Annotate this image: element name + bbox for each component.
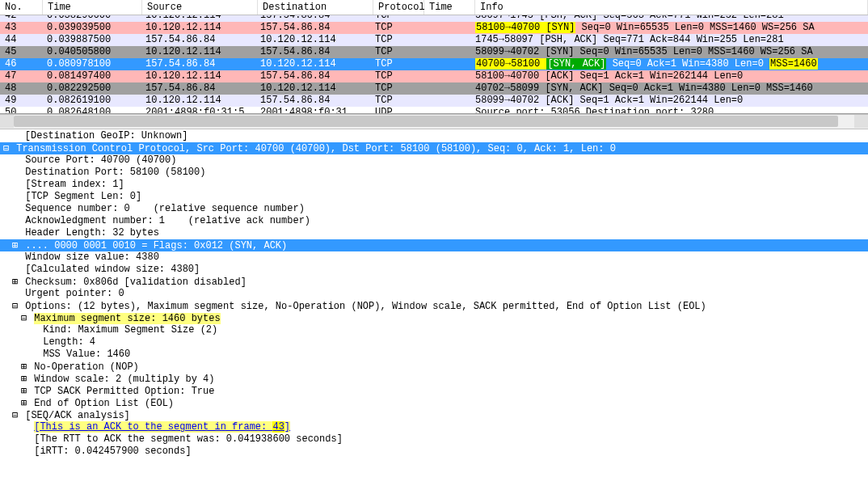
detail-line[interactable]: [Calculated window size: 4380] (0, 264, 868, 276)
col-header-info[interactable]: Info (475, 0, 868, 15)
cell: 45 (0, 46, 42, 58)
detail-line-mss[interactable]: ⊟ Maximum segment size: 1460 bytes (0, 312, 868, 324)
detail-line[interactable]: ⊟ Options: (12 bytes), Maximum segment s… (0, 300, 868, 312)
scroll-left-button[interactable] (0, 115, 14, 128)
detail-line[interactable]: [TCP Segment Len: 0] (0, 191, 868, 203)
cell (420, 107, 470, 113)
collapse-icon[interactable]: ⊟ (2, 142, 11, 154)
detail-line[interactable]: Window size value: 4380 (0, 251, 868, 264)
cell (420, 22, 470, 34)
col-header-destination[interactable]: Destination (258, 0, 373, 15)
cell: 157.54.86.84 (141, 58, 255, 70)
collapse-icon[interactable]: ⊟ (11, 300, 19, 312)
col-header-protocol[interactable]: Protocol (373, 0, 424, 15)
detail-line-ack-link[interactable]: [This is an ACK to the segment in frame:… (0, 421, 868, 433)
cell: 2001:4898:f0:31 (255, 107, 370, 113)
cell: 0.080978100 (42, 58, 141, 70)
collapse-icon[interactable]: ⊟ (19, 312, 28, 324)
detail-line[interactable]: ⊞ No-Operation (NOP) (0, 361, 868, 373)
cell (420, 95, 470, 107)
detail-line[interactable]: Source Port: 40700 (40700) (0, 154, 868, 167)
cell: 10.120.12.114 (141, 22, 255, 34)
cell: 0.039887500 (42, 34, 141, 46)
expand-icon[interactable]: ⊞ (19, 373, 28, 385)
cell: 10.120.12.114 (255, 34, 370, 46)
detail-line[interactable]: Length: 4 (0, 336, 868, 348)
cell: TCP (370, 95, 420, 107)
detail-line[interactable]: Destination Port: 58100 (58100) (0, 167, 868, 179)
detail-line[interactable]: [The RTT to ACK the segment was: 0.04193… (0, 433, 868, 446)
detail-line[interactable]: ⊟ [SEQ/ACK analysis] (0, 409, 868, 421)
detail-line[interactable]: Header Length: 32 bytes (0, 227, 868, 239)
expand-icon[interactable]: ⊞ (11, 239, 19, 251)
col-header-source[interactable]: Source (142, 0, 258, 15)
packet-row[interactable]: 480.082292500157.54.86.8410.120.12.114TC… (0, 82, 868, 95)
scroll-right-button[interactable] (854, 115, 868, 128)
cell-info: 58099→40702 [SYN] Seq=0 Win=65535 Len=0 … (470, 46, 868, 58)
cell-info: 58099→40702 [ACK] Seq=1 Ack=1 Win=262144… (470, 95, 868, 107)
cell: 0.082648100 (42, 107, 141, 113)
packet-row[interactable]: 440.039887500157.54.86.8410.120.12.114TC… (0, 34, 868, 46)
cell: 47 (0, 70, 42, 82)
detail-line[interactable]: ⊞ Checksum: 0x806d [validation disabled] (0, 276, 868, 288)
horizontal-scrollbar[interactable] (0, 114, 868, 129)
detail-line[interactable]: Sequence number: 0 (relative sequence nu… (0, 203, 868, 215)
cell-info: 58100→40700 [ACK] Seq=1 Ack=1 Win=262144… (470, 70, 868, 82)
cell: 49 (0, 95, 42, 107)
packet-list-panel: No. Time Source Destination Protocol Tim… (0, 0, 868, 114)
scrollbar-thumb[interactable] (14, 116, 838, 127)
cell: 43 (0, 22, 42, 34)
cell-info: 40702→58099 [SYN, ACK] Seq=0 Ack=1 Win=4… (470, 82, 868, 95)
packet-rows: 420.03829060010.120.12.114157.54.86.84TC… (0, 15, 868, 113)
packet-row[interactable]: 430.03903950010.120.12.114157.54.86.84TC… (0, 22, 868, 34)
expand-icon[interactable]: ⊞ (19, 385, 28, 397)
detail-line[interactable]: Kind: Maximum Segment Size (2) (0, 324, 868, 336)
cell: 0.082292500 (42, 82, 141, 95)
detail-line[interactable]: MSS Value: 1460 (0, 348, 868, 361)
cell-info: 1745→58097 [PSH, ACK] Seq=771 Ack=844 Wi… (470, 34, 868, 46)
col-header-time[interactable]: Time (43, 0, 142, 15)
cell: 0.039039500 (42, 22, 141, 34)
cell: TCP (370, 58, 420, 70)
expand-icon[interactable]: ⊞ (19, 361, 28, 373)
expand-icon[interactable]: ⊞ (19, 397, 28, 409)
cell: TCP (370, 70, 420, 82)
packet-row[interactable]: 460.080978100157.54.86.8410.120.12.114TC… (0, 58, 868, 70)
cell-info: 58100→40700 [SYN] Seq=0 Win=65535 Len=0 … (470, 22, 868, 34)
col-header-no[interactable]: No. (0, 0, 43, 15)
packet-row[interactable]: 420.03829060010.120.12.114157.54.86.84TC… (0, 15, 868, 22)
cell-info: 40700→58100 [SYN, ACK] Seq=0 Ack=1 Win=4… (470, 58, 868, 70)
collapse-icon[interactable]: ⊟ (11, 409, 19, 421)
cell (420, 82, 470, 95)
cell-info: Source port: 53056 Destination port: 328… (470, 107, 868, 113)
cell: 0.040505800 (42, 46, 141, 58)
cell (420, 15, 470, 22)
cell (420, 70, 470, 82)
cell: UDP (370, 107, 420, 113)
detail-line-flags[interactable]: ⊞ .... 0000 0001 0010 = Flags: 0x012 (SY… (0, 239, 868, 251)
cell: 10.120.12.114 (255, 58, 370, 70)
packet-row[interactable]: 490.08261910010.120.12.114157.54.86.84TC… (0, 95, 868, 107)
packet-row[interactable]: 500.0826481002001:4898:f0:31:52001:4898:… (0, 107, 868, 113)
col-header-time2[interactable]: Time (424, 0, 475, 15)
detail-line[interactable]: [Stream index: 1] (0, 179, 868, 191)
detail-line[interactable]: ⊞ TCP SACK Permitted Option: True (0, 385, 868, 397)
packet-row[interactable]: 450.04050580010.120.12.114157.54.86.84TC… (0, 46, 868, 58)
detail-line[interactable]: [iRTT: 0.042457900 seconds] (0, 446, 868, 458)
detail-line[interactable]: [Destination GeoIP: Unknown] (0, 130, 868, 142)
cell-info: 58097→1745 [PSH, ACK] Seq=563 Ack=771 Wi… (470, 15, 868, 22)
cell: TCP (370, 46, 420, 58)
packet-list-header: No. Time Source Destination Protocol Tim… (0, 0, 868, 15)
cell: 0.082619100 (42, 95, 141, 107)
detail-line[interactable]: Urgent pointer: 0 (0, 288, 868, 300)
cell: TCP (370, 15, 420, 22)
detail-line[interactable]: Acknowledgment number: 1 (relative ack n… (0, 215, 868, 227)
cell: 157.54.86.84 (255, 15, 370, 22)
cell: 48 (0, 82, 42, 95)
detail-line[interactable]: ⊞ Window scale: 2 (multiply by 4) (0, 373, 868, 385)
packet-row[interactable]: 470.08149740010.120.12.114157.54.86.84TC… (0, 70, 868, 82)
cell (420, 34, 470, 46)
detail-line-tcp-header[interactable]: ⊟ Transmission Control Protocol, Src Por… (0, 142, 868, 154)
detail-line[interactable]: ⊞ End of Option List (EOL) (0, 397, 868, 409)
expand-icon[interactable]: ⊞ (11, 276, 19, 288)
